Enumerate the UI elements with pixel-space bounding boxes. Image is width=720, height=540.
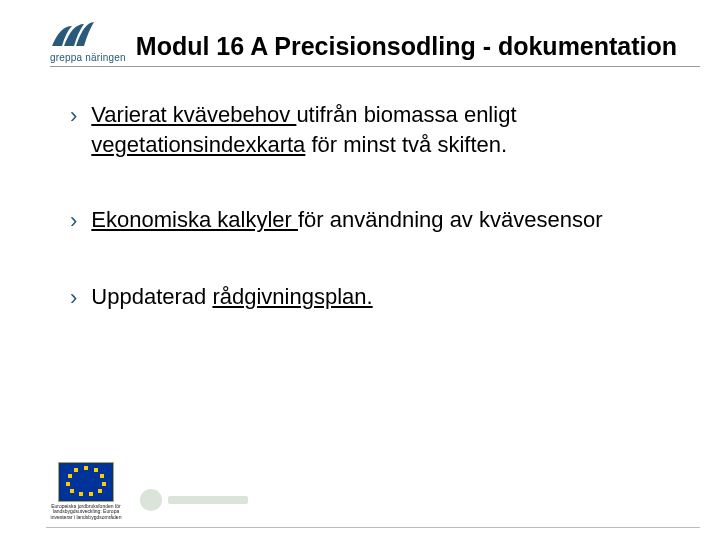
- bullet-item: › Ekonomiska kalkyler för användning av …: [70, 205, 660, 236]
- header: greppa näringen Modul 16 A Precisionsodl…: [50, 24, 700, 63]
- title-divider: [50, 66, 700, 67]
- bullet-text: Varierat kvävebehov utifrån biomassa enl…: [91, 100, 660, 159]
- slide-title: Modul 16 A Precisionsodling - dokumentat…: [136, 32, 677, 61]
- partner-logo-icon: [140, 484, 260, 516]
- logo-text: greppa näringen: [50, 52, 126, 63]
- bullet-item: › Uppdaterad rådgivningsplan.: [70, 282, 660, 313]
- bullet-text: Ekonomiska kalkyler för användning av kv…: [91, 205, 660, 235]
- bullet-marker-icon: ›: [70, 206, 77, 236]
- logo-swoosh-icon: [50, 20, 94, 50]
- content-area: › Varierat kvävebehov utifrån biomassa e…: [70, 100, 660, 359]
- bullet-text: Uppdaterad rådgivningsplan.: [91, 282, 660, 312]
- eu-flag-icon: [58, 462, 114, 502]
- slide: greppa näringen Modul 16 A Precisionsodl…: [0, 0, 720, 540]
- bullet-item: › Varierat kvävebehov utifrån biomassa e…: [70, 100, 660, 159]
- footer: Europeiska jordbruksfonden för landsbygd…: [46, 462, 260, 521]
- footer-divider: [46, 527, 700, 528]
- bullet-marker-icon: ›: [70, 283, 77, 313]
- eu-caption: Europeiska jordbruksfonden för landsbygd…: [46, 504, 126, 521]
- eu-logo-block: Europeiska jordbruksfonden för landsbygd…: [46, 462, 126, 521]
- footer-band: [190, 412, 700, 522]
- bullet-marker-icon: ›: [70, 101, 77, 131]
- greppa-logo: greppa näringen: [50, 20, 126, 63]
